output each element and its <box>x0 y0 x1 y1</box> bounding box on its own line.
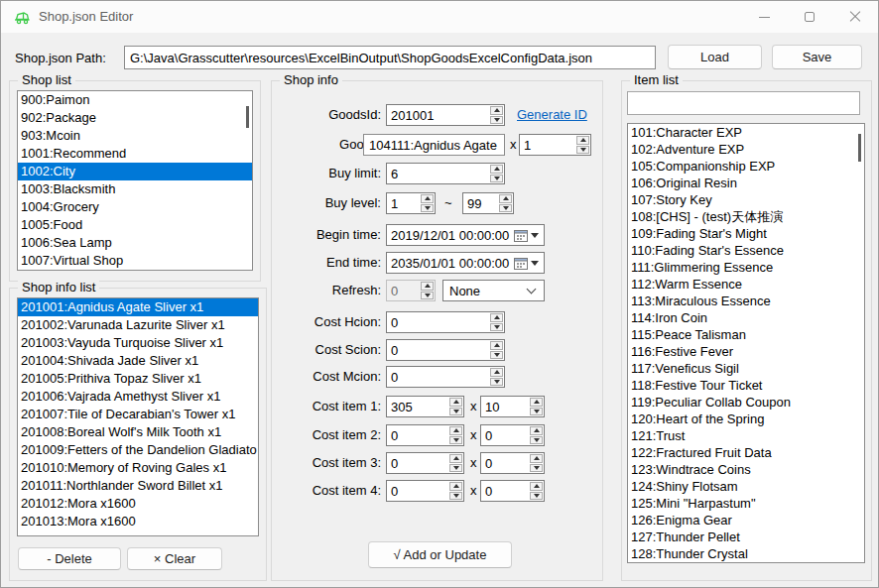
spin-up-button[interactable] <box>421 194 434 203</box>
cost-item-1-count-spinner[interactable] <box>480 396 545 417</box>
add-or-update-button[interactable]: √ Add or Update <box>368 541 512 568</box>
load-button[interactable]: Load <box>668 45 762 69</box>
list-item[interactable]: 1004:Grocery <box>18 198 252 216</box>
list-item[interactable]: 102:Adventure EXP <box>628 141 864 158</box>
cost-mcion-spinner[interactable] <box>386 366 505 388</box>
cost-item-3-id-spinner[interactable] <box>386 452 464 474</box>
item-listbox[interactable]: 101:Character EXP102:Adventure EXP105:Co… <box>627 123 865 563</box>
cost-mcion-input[interactable] <box>387 367 489 387</box>
spin-down-button[interactable] <box>449 464 462 473</box>
list-item[interactable]: 1001:Recommend <box>18 145 252 163</box>
list-item[interactable]: 201011:Northlander Sword Billet x1 <box>18 477 258 495</box>
spin-up-button[interactable] <box>449 398 462 407</box>
list-item[interactable]: 201009:Fetters of the Dandelion Gladiato <box>18 441 258 459</box>
spin-down-button[interactable] <box>490 351 503 360</box>
list-item[interactable]: 201004:Shivada Jade Sliver x1 <box>18 352 258 370</box>
cost-hcion-spinner[interactable] <box>386 311 505 333</box>
goodsid-input[interactable] <box>387 105 489 125</box>
buy-limit-spinner[interactable] <box>386 163 505 184</box>
spin-up-button[interactable] <box>490 165 503 174</box>
spin-up-button[interactable] <box>490 313 503 322</box>
buy-level-min-input[interactable] <box>387 193 420 213</box>
list-item[interactable]: 122:Fractured Fruit Data <box>628 444 864 461</box>
list-item[interactable]: 120:Heart of the Spring <box>628 411 864 427</box>
window-maximize-button[interactable] <box>787 1 832 33</box>
list-item[interactable]: 113:Miraculous Essence <box>628 293 864 309</box>
list-item[interactable]: 902:Package <box>18 109 252 127</box>
list-item[interactable]: 201001:Agnidus Agate Sliver x1 <box>18 298 258 316</box>
spin-up-button[interactable] <box>449 482 462 491</box>
list-item[interactable]: 121:Trust <box>628 427 864 444</box>
spin-up-button[interactable] <box>490 368 503 377</box>
list-item[interactable]: 1002:City <box>18 163 252 180</box>
cost-item-1-id-input[interactable] <box>387 397 448 416</box>
list-item[interactable]: 101:Character EXP <box>628 124 864 141</box>
list-item[interactable]: 128:Thunder Crystal <box>628 545 864 562</box>
list-item[interactable]: 117:Veneficus Sigil <box>628 360 864 377</box>
goods-count-spinner[interactable] <box>519 134 591 156</box>
list-item[interactable]: 201013:Mora x1600 <box>18 513 258 530</box>
spin-up-button[interactable] <box>530 398 543 407</box>
list-item[interactable]: 111:Glimmering Essence <box>628 259 864 276</box>
cost-item-1-id-spinner[interactable] <box>386 396 464 417</box>
list-item[interactable]: 106:Original Resin <box>628 175 864 191</box>
cost-scion-input[interactable] <box>387 340 489 360</box>
list-item[interactable]: 114:Iron Coin <box>628 309 864 326</box>
cost-item-1-count-input[interactable] <box>481 397 529 416</box>
list-item[interactable]: 201006:Vajrada Amethyst Sliver x1 <box>18 388 258 406</box>
list-item[interactable]: 123:Windtrace Coins <box>628 461 864 478</box>
spin-down-button[interactable] <box>449 408 462 416</box>
dropdown-arrow-icon[interactable] <box>531 261 539 266</box>
list-item[interactable]: 112:Warm Essence <box>628 276 864 293</box>
begin-time-picker[interactable] <box>386 224 545 246</box>
spin-down-button[interactable] <box>490 378 503 387</box>
spin-down-button[interactable] <box>530 436 543 445</box>
spin-down-button[interactable] <box>530 492 543 501</box>
spin-up-button[interactable] <box>530 426 543 435</box>
list-item[interactable]: 110:Fading Star's Essence <box>628 242 864 259</box>
list-item[interactable]: 1007:Virtual Shop <box>18 252 252 270</box>
shop-listbox[interactable]: 900:Paimon902:Package903:Mcoin1001:Recom… <box>17 90 253 271</box>
spin-down-button[interactable] <box>490 175 503 183</box>
shop-info-listbox[interactable]: 201001:Agnidus Agate Sliver x1201002:Var… <box>17 297 259 536</box>
cost-item-4-count-input[interactable] <box>481 481 529 501</box>
item-search-input[interactable] <box>627 91 860 115</box>
spin-down-button[interactable] <box>490 323 503 332</box>
buy-level-max-input[interactable] <box>463 193 498 213</box>
list-item[interactable]: 105:Companionship EXP <box>628 158 864 175</box>
spin-down-button[interactable] <box>576 146 589 155</box>
refresh-mode-combobox[interactable]: None <box>442 280 545 301</box>
spin-up-button[interactable] <box>576 136 589 145</box>
cost-item-3-count-spinner[interactable] <box>480 452 545 474</box>
list-item[interactable]: 1003:Blacksmith <box>18 180 252 198</box>
goods-input[interactable] <box>363 134 505 156</box>
list-item[interactable]: 119:Peculiar Collab Coupon <box>628 394 864 411</box>
goodsid-spinner[interactable] <box>386 104 505 126</box>
list-item[interactable]: 201007:Tile of Decarabian's Tower x1 <box>18 406 258 423</box>
item-list-scrollbar[interactable] <box>858 134 861 162</box>
cost-item-2-count-input[interactable] <box>481 425 529 445</box>
clear-button[interactable]: × Clear <box>127 547 222 570</box>
spin-up-button[interactable] <box>490 106 503 115</box>
cost-item-2-id-spinner[interactable] <box>386 424 464 446</box>
buy-limit-input[interactable] <box>387 164 489 183</box>
cost-item-3-id-input[interactable] <box>387 453 448 473</box>
list-item[interactable]: 108:[CHS] - (test)天体推演 <box>628 208 864 225</box>
list-item[interactable]: 127:Thunder Pellet <box>628 529 864 545</box>
spin-down-button[interactable] <box>499 204 512 213</box>
cost-item-4-id-spinner[interactable] <box>386 480 464 502</box>
goods-count-input[interactable] <box>520 135 575 155</box>
path-input[interactable] <box>124 46 656 69</box>
window-close-button[interactable] <box>832 1 878 33</box>
list-item[interactable]: 116:Festive Fever <box>628 343 864 360</box>
list-item[interactable]: 201012:Mora x1600 <box>18 495 258 513</box>
cost-item-4-count-spinner[interactable] <box>480 480 545 502</box>
spin-up-button[interactable] <box>530 482 543 491</box>
window-minimize-button[interactable] <box>741 1 787 33</box>
buy-level-min-spinner[interactable] <box>386 192 436 214</box>
list-item[interactable]: 107:Story Key <box>628 191 864 208</box>
list-item[interactable]: 201010:Memory of Roving Gales x1 <box>18 459 258 477</box>
spin-up-button[interactable] <box>490 341 503 350</box>
cost-item-3-count-input[interactable] <box>481 453 529 473</box>
spin-down-button[interactable] <box>530 464 543 473</box>
